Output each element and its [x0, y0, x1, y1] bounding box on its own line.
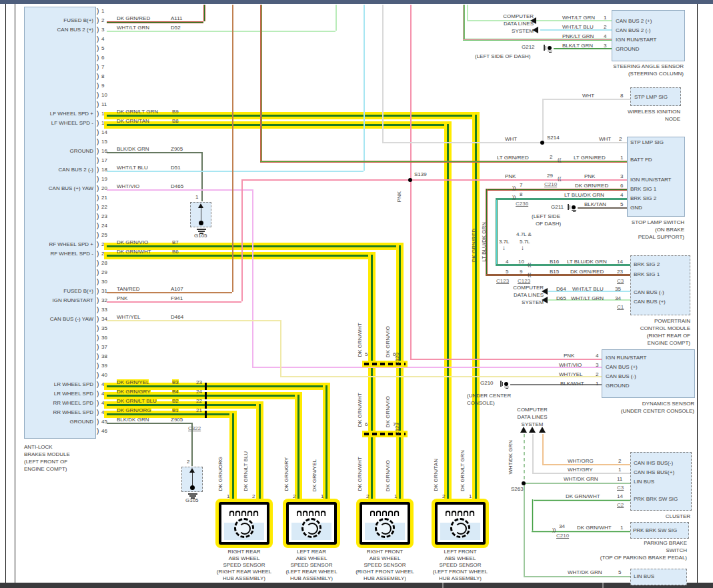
label: 24 — [196, 389, 202, 395]
label: DK GRN/TAN — [434, 459, 439, 491]
label: LT BLU/DK GRN — [482, 222, 487, 262]
label: LF WHEEL SPD + — [0, 111, 93, 117]
label: C3 — [617, 485, 624, 491]
wire-rr-spd-1-v — [259, 404, 261, 501]
abs-pin-arc: ) — [97, 7, 99, 15]
label: (( — [558, 157, 561, 163]
wire — [496, 264, 630, 266]
label: ↓ — [521, 244, 524, 252]
label: 8 — [620, 93, 623, 99]
label: B3 — [172, 379, 179, 385]
label: PNK — [117, 295, 127, 301]
label: 1 — [620, 525, 623, 531]
label: ↓ — [502, 244, 506, 252]
label: 1 — [618, 467, 621, 473]
label: WHT/LT GRN — [571, 295, 604, 301]
label: DK GRN/GRY — [117, 389, 151, 395]
abs-pin-number: 39 — [101, 363, 107, 369]
abs-pin-number: 17 — [101, 157, 107, 163]
abs-pin-arc: ) — [97, 278, 99, 286]
label: Z905 — [171, 146, 183, 152]
gear-inner — [239, 523, 251, 535]
sensor-caption: HUB ASSEMBLY) — [400, 575, 520, 581]
label: (( — [528, 271, 531, 277]
label: PRK BRK SW SIG — [634, 496, 678, 502]
ground-hatch — [572, 210, 576, 211]
label: IGN RUN/START — [630, 177, 671, 183]
abs-pin-number: 9 — [101, 83, 104, 89]
label: DK GRN/YEL — [312, 459, 317, 491]
abs-pin-arc: ) — [97, 63, 99, 71]
wire — [107, 320, 280, 321]
label: IGN RUN/START — [606, 355, 646, 361]
label: CAN BUS (-) — [634, 289, 664, 295]
label: F941 — [171, 295, 183, 301]
ground-hatch — [198, 231, 205, 232]
label: 4.7L & — [516, 231, 532, 237]
label: 2 — [596, 371, 598, 377]
label: WHT — [599, 136, 611, 142]
abs-pin-number: 8 — [101, 73, 104, 79]
abs-pin-arc: ) — [97, 119, 99, 127]
abs-pin-arc: ) — [97, 418, 99, 426]
abs-pin-number: 24 — [101, 223, 107, 229]
right-rear-abs-wheel-speed-sensor — [219, 502, 269, 545]
label: BRK SIG 2 — [630, 195, 656, 201]
abs-pin-number: 23 — [101, 213, 107, 219]
label: BLK/LT GRN — [562, 43, 593, 49]
label: LT BLU/DK GRN — [564, 192, 604, 198]
label: LIN BUS — [634, 573, 654, 579]
label: GROUND — [606, 383, 630, 389]
label: 7 — [520, 182, 522, 188]
wire-lf-spd-plus — [107, 115, 475, 117]
label: 5 — [620, 201, 623, 207]
label: B8 — [172, 118, 179, 124]
wire-lr-spd-1-v — [325, 385, 327, 501]
abs-pin-arc: ) — [97, 26, 99, 34]
wire — [410, 359, 602, 360]
label: PNK — [564, 353, 574, 359]
label: (RIGHT REAR OF — [557, 333, 690, 339]
label: DK GRN/WHT — [117, 249, 151, 255]
label: ENGINE COMPT) — [24, 466, 67, 472]
label: (ON BRAKE — [551, 227, 684, 233]
label: PEDAL SUPPORT) — [551, 234, 684, 240]
abs-pin-arc: ) — [97, 91, 99, 99]
data-line-arrow-icon — [529, 427, 536, 433]
abs-pin-arc: ) — [97, 45, 99, 53]
label: 2 — [604, 24, 606, 30]
wire — [252, 367, 602, 368]
label: C322 — [188, 425, 201, 431]
label: COMPUTER — [410, 285, 544, 291]
abs-pin-number: 5 — [101, 45, 104, 51]
label: S214 — [547, 135, 560, 141]
label: LR WHEEL SPD — [0, 391, 93, 397]
label: 2 — [252, 493, 255, 499]
label: CAN IHS BUS(-) — [634, 460, 673, 466]
label: ENGINE COMPT) — [557, 340, 690, 346]
label: 6 — [620, 183, 623, 189]
label: COMPUTER — [400, 13, 534, 19]
tone-ring-gear-icon — [450, 518, 470, 538]
label: DK GRN/LT GRN — [460, 450, 466, 491]
connector-c322-tick — [205, 401, 207, 409]
wire — [107, 301, 241, 303]
label: B9 — [172, 109, 179, 115]
label: GROUND — [0, 419, 93, 425]
label: IGN RUN/START — [616, 37, 656, 43]
ground-g212-icon — [542, 44, 553, 53]
wire-rf-spd-plus-v — [399, 245, 401, 501]
label: ANTI-LOCK — [24, 444, 53, 450]
abs-pin-arc: ) — [97, 269, 99, 277]
label: WIRELESS IGNITION — [547, 109, 680, 115]
sensor-caption: SPEED SENSOR — [400, 562, 520, 568]
label: WHT — [582, 93, 594, 99]
label: WHT/LT GRN — [117, 25, 149, 31]
label: LIN BUS — [634, 479, 654, 485]
label: 2 — [619, 136, 622, 142]
wire-lr-spd-2-v — [297, 395, 299, 501]
wire — [697, 4, 698, 583]
label: G212 — [522, 44, 535, 50]
wire — [107, 292, 232, 293]
wire — [382, 142, 627, 143]
